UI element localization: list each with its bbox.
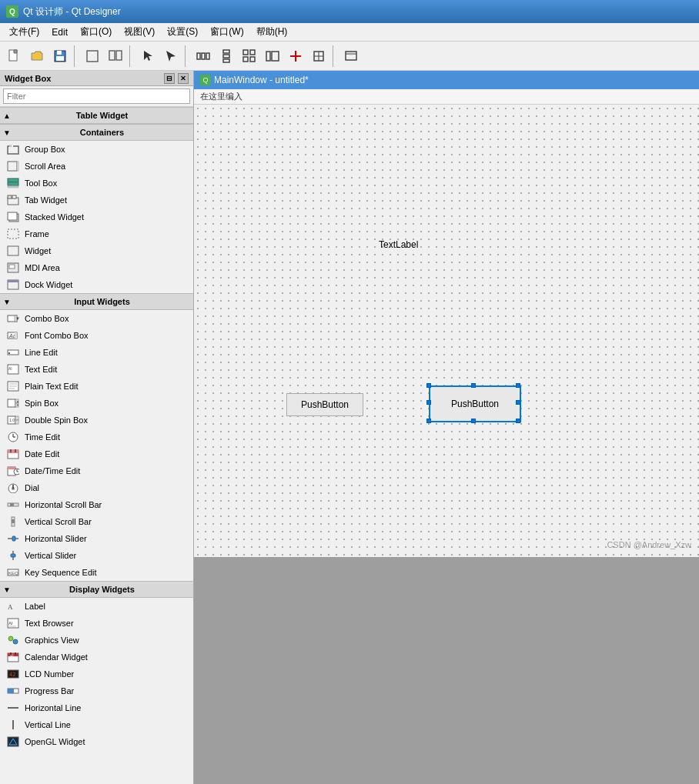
frame-label: Frame: [25, 229, 49, 239]
item-datetime-edit[interactable]: Date/Time Edit: [0, 462, 193, 479]
toolbar-layout-grid[interactable]: [239, 45, 260, 67]
menu-help[interactable]: 帮助(H): [250, 24, 294, 40]
section-display-widgets[interactable]: ▼ Display Widgets: [0, 581, 193, 598]
item-text-edit[interactable]: AI Text Edit: [0, 361, 193, 378]
dock-widget-label: Dock Widget: [25, 280, 72, 289]
canvas-text-label-text: TextLabel: [379, 239, 418, 250]
toolbar-adjust-size[interactable]: [308, 45, 329, 67]
svg-rect-91: [11, 554, 15, 557]
item-key-sequence-edit[interactable]: KEQ Key Sequence Edit: [0, 564, 193, 581]
svg-rect-87: [12, 519, 15, 523]
item-font-combo-box[interactable]: Aa Font Combo Box: [0, 327, 193, 344]
svg-rect-33: [8, 182, 18, 185]
toolbar-pointer[interactable]: [160, 45, 182, 67]
lcd-number-icon: 42: [6, 667, 20, 681]
font-combo-box-label: Font Combo Box: [25, 331, 89, 340]
item-text-browser[interactable]: AI Text Browser: [0, 615, 193, 632]
item-time-edit[interactable]: Time Edit: [0, 429, 193, 445]
toolbar-save[interactable]: [49, 45, 71, 67]
item-graphics-view[interactable]: Graphics View: [0, 632, 193, 649]
vertical-line-label: Vertical Line: [25, 720, 71, 729]
input-widgets-label: Input Widgets: [14, 297, 190, 306]
canvas-text-label[interactable]: TextLabel: [379, 239, 418, 250]
item-tab-widget[interactable]: Tab Widget: [0, 192, 193, 209]
toolbar-select[interactable]: [137, 45, 159, 67]
toolbar-layout-v[interactable]: [216, 45, 237, 67]
item-progress-bar[interactable]: Progress Bar: [0, 682, 193, 699]
label-label: Label: [25, 602, 45, 611]
horizontal-line-icon: [6, 701, 20, 715]
toolbar-signal-slot[interactable]: [105, 45, 126, 67]
svg-rect-31: [17, 162, 18, 171]
item-dial[interactable]: Dial: [0, 479, 193, 496]
section-table-widget[interactable]: ▲ Table Widget: [0, 107, 193, 124]
svg-rect-32: [8, 178, 18, 182]
toolbar-layout-form[interactable]: [262, 45, 283, 67]
line-edit-label: Line Edit: [25, 348, 58, 357]
date-edit-label: Date Edit: [25, 449, 59, 459]
svg-text:AI: AI: [8, 621, 13, 626]
item-group-box[interactable]: G Group Box: [0, 141, 193, 158]
toolbar-open[interactable]: [26, 45, 48, 67]
item-vslider[interactable]: Vertical Slider: [0, 547, 193, 564]
menu-window2[interactable]: 窗口(W): [204, 24, 249, 40]
menu-settings[interactable]: 设置(S): [161, 24, 204, 40]
menu-edit[interactable]: Edit: [45, 25, 74, 39]
item-opengl-widget[interactable]: OpenGL Widget: [0, 733, 193, 750]
widget-box-panel: Widget Box ⊟ ✕ ▲ Table Widget ▼ Containe…: [0, 71, 194, 784]
item-lcd-number[interactable]: 42 LCD Number: [0, 666, 193, 682]
item-double-spin-box[interactable]: 1.0 Double Spin Box: [0, 412, 193, 429]
item-hscroll-bar[interactable]: Horizontal Scroll Bar: [0, 496, 193, 513]
section-input-widgets[interactable]: ▼ Input Widgets: [0, 293, 193, 310]
item-date-edit[interactable]: Date Edit: [0, 445, 193, 462]
item-vscroll-bar[interactable]: Vertical Scroll Bar: [0, 513, 193, 530]
item-calendar-widget[interactable]: 12 Calendar Widget: [0, 649, 193, 666]
filter-input[interactable]: [3, 88, 190, 104]
item-label[interactable]: A Label: [0, 598, 193, 615]
widget-box-title: Widget Box: [5, 74, 51, 83]
item-widget[interactable]: Widget: [0, 242, 193, 259]
line-edit-icon: [6, 345, 20, 359]
item-scroll-area[interactable]: Scroll Area: [0, 158, 193, 175]
svg-rect-36: [8, 195, 12, 199]
tool-box-label: Tool Box: [25, 178, 57, 188]
item-combo-box[interactable]: ▼ Combo Box: [0, 310, 193, 327]
hscroll-bar-label: Horizontal Scroll Bar: [25, 500, 102, 509]
item-plain-text-edit[interactable]: Plain Text Edit: [0, 378, 193, 395]
arrow-table-widget: ▲: [3, 112, 11, 120]
dock-widget-icon: [6, 278, 20, 292]
item-tool-box[interactable]: Tool Box: [0, 175, 193, 192]
canvas-push-button-2[interactable]: PushButton: [429, 385, 521, 422]
toolbar-sep2: [129, 45, 134, 67]
item-line-edit[interactable]: Line Edit: [0, 344, 193, 361]
item-dock-widget[interactable]: Dock Widget: [0, 276, 193, 293]
widget-box-float[interactable]: ⊟: [164, 73, 175, 84]
toolbar-layout-h[interactable]: [192, 45, 214, 67]
svg-rect-60: [8, 399, 15, 407]
plain-text-edit-icon: [6, 379, 20, 393]
svg-rect-15: [250, 50, 255, 55]
canvas-design[interactable]: TextLabel PushButton PushButton CSDN @An…: [194, 105, 699, 557]
svg-rect-10: [206, 53, 209, 59]
svg-rect-6: [116, 51, 122, 60]
item-spin-box[interactable]: ▲▼ Spin Box: [0, 395, 193, 412]
menu-window1[interactable]: 窗口(O): [74, 24, 118, 40]
svg-rect-17: [250, 57, 255, 62]
item-horizontal-line[interactable]: Horizontal Line: [0, 699, 193, 716]
item-vertical-line[interactable]: Vertical Line: [0, 716, 193, 733]
toolbar-new[interactable]: [3, 45, 25, 67]
toolbar-sep4: [333, 45, 337, 67]
item-frame[interactable]: Frame: [0, 225, 193, 242]
toolbar-preview[interactable]: [340, 45, 362, 67]
menu-file[interactable]: 文件(F): [3, 24, 45, 40]
item-mdi-area[interactable]: MDI Area: [0, 259, 193, 276]
item-stacked-widget[interactable]: Stacked Widget: [0, 209, 193, 225]
toolbar-widget-editor[interactable]: [82, 45, 103, 67]
canvas-push-button-1[interactable]: PushButton: [286, 393, 363, 416]
canvas-qt-icon: Q: [200, 75, 211, 85]
item-hslider[interactable]: Horizontal Slider: [0, 530, 193, 547]
widget-box-close[interactable]: ✕: [178, 73, 189, 84]
section-containers[interactable]: ▼ Containers: [0, 124, 193, 141]
menu-view[interactable]: 视图(V): [118, 24, 161, 40]
toolbar-break-layout[interactable]: [285, 45, 306, 67]
